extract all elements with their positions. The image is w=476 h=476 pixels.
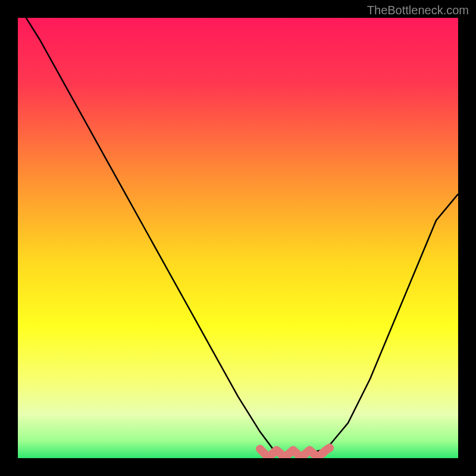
attribution-text: TheBottleneck.com	[367, 4, 469, 17]
chart-gradient-bg	[18, 18, 458, 458]
chart-container	[0, 0, 476, 476]
chart-svg	[0, 0, 476, 476]
